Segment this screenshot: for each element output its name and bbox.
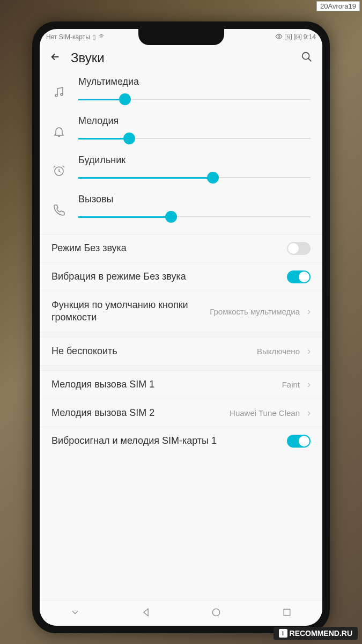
watermark-top: 20Avrora19 xyxy=(316,1,360,11)
nav-recents-button[interactable] xyxy=(282,607,292,620)
setting-vibrate-silent[interactable]: Вибрация в режиме Без звука xyxy=(40,262,322,291)
chevron-right-icon: › xyxy=(307,346,311,357)
music-note-icon xyxy=(51,86,67,99)
battery-icon: 84 xyxy=(294,34,301,40)
sim1-ringtone-value: Faint xyxy=(282,380,300,389)
watermark-bottom-text: RECOMMEND.RU xyxy=(290,629,352,638)
nav-back-button[interactable] xyxy=(141,607,151,620)
dnd-value: Выключено xyxy=(257,347,300,356)
alarm-clock-icon xyxy=(51,164,67,177)
section-divider xyxy=(40,365,322,370)
svg-point-1 xyxy=(302,53,309,60)
app-header: Звуки xyxy=(40,45,322,73)
setting-sim1-vibrate[interactable]: Вибросигнал и мелодия SIM-карты 1 xyxy=(40,427,322,455)
dnd-label: Не беспокоить xyxy=(51,345,250,357)
setting-volume-default[interactable]: Функция по умолчанию кнопки громкости Гр… xyxy=(40,291,322,332)
back-button[interactable] xyxy=(49,51,61,65)
slider-ringtone[interactable] xyxy=(78,131,311,146)
slider-row-ringtone: Мелодия xyxy=(40,112,322,151)
setting-dnd[interactable]: Не беспокоить Выключено › xyxy=(40,337,322,365)
eye-comfort-icon xyxy=(275,33,283,42)
setting-silent-mode[interactable]: Режим Без звука xyxy=(40,234,322,262)
svg-point-0 xyxy=(278,35,280,38)
slider-label-alarm: Будильник xyxy=(78,155,311,166)
phone-screen: Нет SIM-карты ▯ N 84 9:14 Зву xyxy=(40,29,322,626)
chevron-right-icon: › xyxy=(307,306,311,317)
slider-multimedia[interactable] xyxy=(78,92,311,107)
slider-label-calls: Вызовы xyxy=(78,194,311,205)
section-divider xyxy=(40,332,322,337)
search-button[interactable] xyxy=(301,51,313,65)
watermark-bottom: i RECOMMEND.RU xyxy=(274,627,358,640)
setting-sim1-ringtone[interactable]: Мелодия вызова SIM 1 Faint › xyxy=(40,370,322,398)
sim-card-icon: ▯ xyxy=(92,33,96,41)
page-title: Звуки xyxy=(71,50,291,65)
bell-icon xyxy=(51,125,67,138)
settings-content: Мультимедиа Мелодия xyxy=(40,73,322,600)
sim2-ringtone-label: Мелодия вызова SIM 2 xyxy=(51,407,223,419)
vibrate-silent-toggle[interactable] xyxy=(287,270,311,283)
volume-default-value: Громкость мультимедиа xyxy=(210,307,300,316)
slider-label-ringtone: Мелодия xyxy=(78,115,311,127)
nav-home-button[interactable] xyxy=(211,607,221,620)
volume-default-label: Функция по умолчанию кнопки громкости xyxy=(51,299,203,324)
phone-icon xyxy=(51,203,67,216)
sim1-vibrate-toggle[interactable] xyxy=(287,435,311,448)
sim2-ringtone-value: Huawei Tune Clean xyxy=(230,408,300,418)
setting-sim2-ringtone[interactable]: Мелодия вызова SIM 2 Huawei Tune Clean › xyxy=(40,399,322,427)
slider-calls[interactable] xyxy=(78,209,311,224)
slider-label-multimedia: Мультимедиа xyxy=(78,76,311,87)
slider-row-alarm: Будильник xyxy=(40,151,322,191)
slider-alarm[interactable] xyxy=(78,170,311,185)
android-nav-bar xyxy=(40,600,322,626)
sim1-vibrate-label: Вибросигнал и мелодия SIM-карты 1 xyxy=(51,435,280,447)
slider-row-calls: Вызовы xyxy=(40,191,322,230)
irecommend-logo-icon: i xyxy=(279,629,287,638)
silent-mode-label: Режим Без звука xyxy=(51,242,280,254)
vibrate-silent-label: Вибрация в режиме Без звука xyxy=(51,270,280,283)
silent-mode-toggle[interactable] xyxy=(287,242,311,255)
sim-status-text: Нет SIM-карты xyxy=(46,33,90,41)
chevron-right-icon: › xyxy=(307,407,311,419)
notch xyxy=(138,29,224,45)
chevron-right-icon: › xyxy=(307,379,311,390)
phone-frame: Нет SIM-карты ▯ N 84 9:14 Зву xyxy=(32,21,330,633)
nfc-icon: N xyxy=(285,34,292,40)
svg-point-3 xyxy=(61,93,63,96)
wifi-icon xyxy=(98,33,105,41)
nav-hide-button[interactable] xyxy=(70,607,80,620)
svg-point-5 xyxy=(213,609,220,616)
clock-text: 9:14 xyxy=(304,33,316,41)
svg-point-2 xyxy=(55,94,57,97)
svg-rect-6 xyxy=(284,609,290,616)
sim1-ringtone-label: Мелодия вызова SIM 1 xyxy=(51,378,276,391)
slider-row-multimedia: Мультимедиа xyxy=(40,73,322,112)
